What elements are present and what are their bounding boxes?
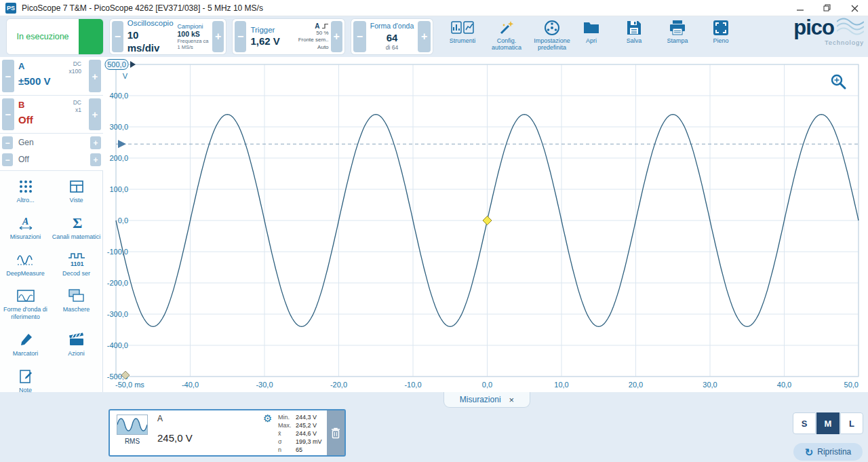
close-button[interactable] — [841, 0, 868, 16]
measurement-settings-gear-icon[interactable]: ⚙ — [263, 412, 272, 425]
sidebar-tool-altro[interactable]: Altro... — [1, 176, 50, 204]
reference-waveforms-icon — [1, 286, 50, 304]
tool-label: Viste — [52, 197, 101, 204]
trigger-mode: Auto — [317, 44, 328, 51]
stat-label: n — [278, 446, 296, 454]
save-icon — [626, 19, 642, 37]
generator-state-plus-button[interactable]: + — [90, 153, 101, 166]
channel-b-probe: x1 — [73, 107, 81, 114]
svg-text:1101: 1101 — [71, 261, 84, 267]
default-setup-button[interactable]: Impostazione predefinita — [529, 19, 575, 56]
svg-text:-50,0 ms: -50,0 ms — [115, 381, 144, 389]
tools-icon — [451, 19, 474, 37]
generator-minus-button[interactable]: − — [2, 136, 13, 149]
svg-text:30,0: 30,0 — [703, 381, 717, 389]
trigger-edge-type: Fronte sem.. — [298, 37, 329, 43]
sidebar-tool-forme-riferimento[interactable]: Forme d'onda di riferimento — [1, 286, 50, 321]
generator-box[interactable]: − Gen + − Off + — [0, 134, 103, 171]
save-button[interactable]: Salva — [618, 19, 650, 56]
generator-state[interactable]: Off — [18, 155, 29, 164]
trigger-value[interactable]: 1,62 V — [250, 35, 292, 48]
sidebar-tool-azioni[interactable]: Azioni — [52, 330, 101, 358]
run-stop-button[interactable]: In esecuzione — [7, 19, 103, 54]
channel-a-plus-button[interactable]: + — [89, 60, 101, 92]
svg-text:300,0: 300,0 — [109, 123, 128, 131]
samples-value[interactable]: 100 kS — [178, 30, 210, 38]
sidebar-tool-decod-ser[interactable]: 1101 Decod ser — [52, 250, 101, 277]
channel-b-range[interactable]: Off — [18, 114, 33, 126]
trigger-level-arrow — [118, 140, 126, 148]
print-button[interactable]: Stampa — [662, 19, 693, 56]
svg-text:-10,0: -10,0 — [404, 381, 421, 389]
masks-icon — [52, 286, 101, 304]
svg-text:-40,0: -40,0 — [182, 381, 199, 389]
trigger-marker — [483, 216, 492, 225]
svg-text:-20,0: -20,0 — [330, 381, 347, 389]
trigger-source[interactable]: A — [315, 22, 319, 30]
printer-icon — [669, 19, 686, 37]
fullscreen-button[interactable]: Pieno — [705, 19, 736, 56]
sidebar-tool-maschere[interactable]: Maschere — [52, 286, 101, 321]
measurement-value: 245,0 V — [157, 432, 193, 444]
tool-label: Decod ser — [52, 270, 101, 277]
size-button-m[interactable]: M — [816, 412, 840, 434]
svg-text:400,0: 400,0 — [109, 92, 128, 100]
stat-value: 245,2 V — [296, 421, 317, 429]
notes-icon — [1, 366, 50, 385]
scope-view[interactable]: 500,0V400,0300,0200,0100,00,0-100,0-200,… — [103, 57, 868, 392]
waveform-prev-button[interactable]: − — [353, 21, 366, 52]
pico-logo-text: pico — [793, 18, 834, 37]
stat-value: 199,3 mV — [296, 438, 322, 446]
restore-window-button[interactable] — [814, 0, 841, 16]
tab-misurazioni[interactable]: Misurazioni × — [443, 392, 530, 408]
svg-text:10,0: 10,0 — [554, 381, 568, 389]
waveform-next-button[interactable]: + — [418, 21, 431, 52]
open-label: Apri — [586, 37, 597, 44]
channel-b-plus-button[interactable]: + — [89, 98, 101, 130]
trigger-minus-button[interactable]: − — [235, 21, 246, 52]
tab-close-icon[interactable]: × — [509, 395, 515, 405]
axis-drag-handle-icon[interactable] — [121, 370, 130, 380]
channel-a-minus-button[interactable]: − — [2, 60, 14, 92]
waveform-count: di 64 — [386, 44, 398, 52]
svg-text:0,0: 0,0 — [118, 216, 128, 225]
size-button-s[interactable]: S — [793, 412, 816, 434]
size-button-l[interactable]: L — [840, 412, 863, 434]
timebase-panel: − Oscilloscopio 10 ms/div Campioni 100 k… — [110, 19, 226, 54]
tool-label: Misurazioni — [1, 233, 50, 241]
channel-a-range[interactable]: ±500 V — [18, 75, 50, 87]
timebase-plus-button[interactable]: + — [212, 21, 224, 52]
trigger-plus-button[interactable]: + — [331, 21, 342, 52]
tool-label: Altro... — [1, 197, 50, 204]
channel-a-box[interactable]: − A DC x100 ±500 V + — [0, 57, 103, 96]
sidebar-tool-misurazioni[interactable]: A Misurazioni — [1, 213, 50, 241]
generator-name: Gen — [18, 138, 34, 147]
restore-button[interactable]: ↻ Ripristina — [793, 443, 863, 461]
waveform-index[interactable]: 64 — [387, 31, 398, 45]
timebase-title: Oscilloscopio — [127, 18, 174, 28]
timebase-value[interactable]: 10 ms/div — [127, 28, 174, 55]
sidebar-tool-marcatori[interactable]: Marcatori — [1, 330, 50, 358]
measurement-channel: A — [157, 414, 163, 423]
waveform-chart[interactable]: 500,0V400,0300,0200,0100,00,0-100,0-200,… — [103, 57, 868, 392]
generator-state-minus-button[interactable]: − — [2, 153, 13, 166]
measurement-card[interactable]: RMS A 245,0 V ⚙ Min.244,3 V Max.245,2 V … — [108, 409, 346, 457]
delete-measurement-button[interactable] — [327, 410, 344, 455]
minimize-button[interactable] — [787, 0, 814, 16]
sidebar-tool-viste[interactable]: Viste — [52, 176, 101, 204]
sidebar-tool-deepmeasure[interactable]: DeepMeasure — [1, 250, 50, 277]
auto-setup-button[interactable]: Config. automatica — [486, 19, 528, 56]
channel-b-box[interactable]: − B DC x1 Off + — [0, 96, 103, 134]
auto-setup-label: Config. automatica — [492, 37, 521, 51]
tool-label: Marcatori — [1, 350, 50, 358]
restore-window-icon — [823, 4, 831, 12]
channel-b-minus-button[interactable]: − — [2, 98, 14, 130]
timebase-minus-button[interactable]: − — [112, 21, 123, 52]
generator-plus-button[interactable]: + — [90, 136, 101, 149]
sidebar-tool-canali-matematici[interactable]: Σ Canali matematici — [52, 213, 101, 241]
zoom-icon[interactable] — [830, 73, 848, 91]
sidebar-tool-note[interactable]: Note — [1, 366, 50, 394]
run-indicator — [79, 19, 103, 54]
open-button[interactable]: Apri — [576, 19, 606, 56]
tools-button[interactable]: Strumenti — [441, 19, 484, 56]
